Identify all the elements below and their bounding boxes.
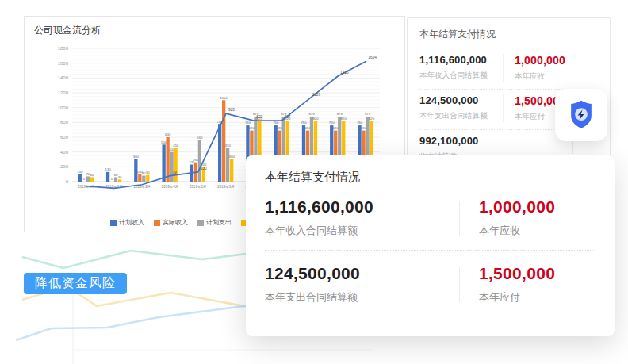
svg-text:827: 827 xyxy=(285,115,291,119)
receivable-value: 1,000,000 xyxy=(515,54,598,67)
svg-text:760: 760 xyxy=(357,121,363,125)
popup-receivable-cell: 1,000,000 本年应收 xyxy=(460,197,555,238)
svg-text:0: 0 xyxy=(66,179,69,184)
chart-title: 公司现金流分析 xyxy=(34,24,101,37)
panel-row-income: 1,116,600,000 本年收入合同结算额 1,000,000 本年应收 xyxy=(419,49,598,90)
popup-payable-label: 本年应付 xyxy=(479,290,555,305)
svg-text:560: 560 xyxy=(197,136,203,140)
popup-payable-cell: 1,500,000 本年应付 xyxy=(460,264,555,305)
svg-text:1800: 1800 xyxy=(58,46,69,51)
balance-value: 992,100,000 xyxy=(419,135,509,147)
income-settlement-cell: 1,116,600,000 本年收入合同结算额 xyxy=(419,54,503,82)
svg-text:760: 760 xyxy=(245,121,251,125)
svg-text:1100: 1100 xyxy=(220,96,228,100)
svg-text:1200: 1200 xyxy=(58,90,69,95)
svg-text:100: 100 xyxy=(77,170,83,174)
legend-item: 计划收入 xyxy=(110,218,144,227)
receivable-cell: 1,000,000 本年应收 xyxy=(503,54,598,82)
risk-badge: 降低资金风险 xyxy=(24,273,127,294)
popup-receivable-value: 1,000,000 xyxy=(479,197,555,216)
svg-text:823: 823 xyxy=(256,115,262,119)
popup-receivable-label: 本年应收 xyxy=(479,224,555,238)
popup-row-income: 1,116,600,000 本年收入合同结算额 1,000,000 本年应收 xyxy=(265,197,595,238)
svg-text:400: 400 xyxy=(60,150,69,155)
popup-expense-cell: 124,500,000 本年支出合同结算额 xyxy=(265,264,459,305)
svg-text:879: 879 xyxy=(308,112,315,116)
svg-text:300: 300 xyxy=(133,155,140,159)
popup-expense-value: 124,500,000 xyxy=(265,264,459,283)
legend-swatch xyxy=(110,220,117,226)
svg-text:1624: 1624 xyxy=(368,56,377,59)
svg-text:820: 820 xyxy=(341,117,347,121)
svg-text:760: 760 xyxy=(301,121,307,125)
legend-label: 计划支出 xyxy=(206,218,232,227)
expense-settlement-value: 124,500,000 xyxy=(419,94,503,106)
svg-text:2019年4月: 2019年4月 xyxy=(162,185,179,189)
svg-text:200: 200 xyxy=(60,164,69,169)
svg-text:600: 600 xyxy=(60,135,69,140)
svg-text:600: 600 xyxy=(165,132,171,136)
popup-row-expense: 124,500,000 本年支出合同结算额 1,500,000 本年应付 xyxy=(265,264,595,305)
panel-title: 本年结算支付情况 xyxy=(419,28,598,41)
popup-row-separator xyxy=(265,250,595,251)
svg-text:879: 879 xyxy=(337,112,343,116)
svg-text:920: 920 xyxy=(228,108,235,112)
popup-income-value: 1,116,600,000 xyxy=(265,197,459,216)
shield-lightning-icon xyxy=(564,98,599,132)
svg-text:300: 300 xyxy=(229,155,236,159)
svg-text:1400: 1400 xyxy=(58,75,69,80)
legend-label: 计划收入 xyxy=(119,218,144,227)
popup-income-cell: 1,116,600,000 本年收入合同结算额 xyxy=(265,197,459,238)
svg-text:60: 60 xyxy=(90,173,94,177)
svg-text:130: 130 xyxy=(201,167,207,171)
svg-text:1126: 1126 xyxy=(312,93,321,97)
legend-label: 实际收入 xyxy=(163,218,188,227)
svg-text:760: 760 xyxy=(273,121,279,125)
svg-text:130: 130 xyxy=(105,167,112,171)
legend-item: 实际收入 xyxy=(154,218,188,227)
svg-text:2019年6月: 2019年6月 xyxy=(217,185,235,189)
svg-text:30: 30 xyxy=(118,175,122,179)
security-shield-card xyxy=(555,89,607,141)
svg-text:820: 820 xyxy=(312,117,319,121)
svg-text:2019年5月: 2019年5月 xyxy=(190,185,207,189)
svg-text:90: 90 xyxy=(146,171,150,174)
svg-text:760: 760 xyxy=(329,121,335,125)
svg-text:820: 820 xyxy=(369,117,375,121)
svg-text:450: 450 xyxy=(173,144,179,148)
popup-payable-value: 1,500,000 xyxy=(479,264,555,283)
legend-swatch xyxy=(154,220,160,226)
popup-expense-label: 本年支出合同结算额 xyxy=(265,290,459,305)
svg-text:1600: 1600 xyxy=(58,61,69,66)
legend-swatch xyxy=(197,220,204,226)
popup-income-label: 本年收入合同结算额 xyxy=(265,224,459,238)
svg-text:1000: 1000 xyxy=(58,105,69,110)
svg-text:1425: 1425 xyxy=(340,71,349,75)
svg-text:879: 879 xyxy=(365,112,371,116)
expense-settlement-label: 本年支出合同结算额 xyxy=(419,111,503,121)
settlement-popup: 本年结算支付情况 1,116,600,000 本年收入合同结算额 1,000,0… xyxy=(246,155,615,336)
svg-text:800: 800 xyxy=(60,120,69,125)
svg-text:450: 450 xyxy=(225,144,232,148)
svg-text:79: 79 xyxy=(172,171,177,174)
receivable-label: 本年应收 xyxy=(515,71,598,82)
legend-item: 计划支出 xyxy=(197,218,232,227)
expense-settlement-cell: 124,500,000 本年支出合同结算额 xyxy=(419,94,503,122)
popup-title: 本年结算支付情况 xyxy=(265,170,595,185)
income-settlement-value: 1,116,600,000 xyxy=(419,54,503,66)
income-settlement-label: 本年收入合同结算额 xyxy=(419,71,503,81)
